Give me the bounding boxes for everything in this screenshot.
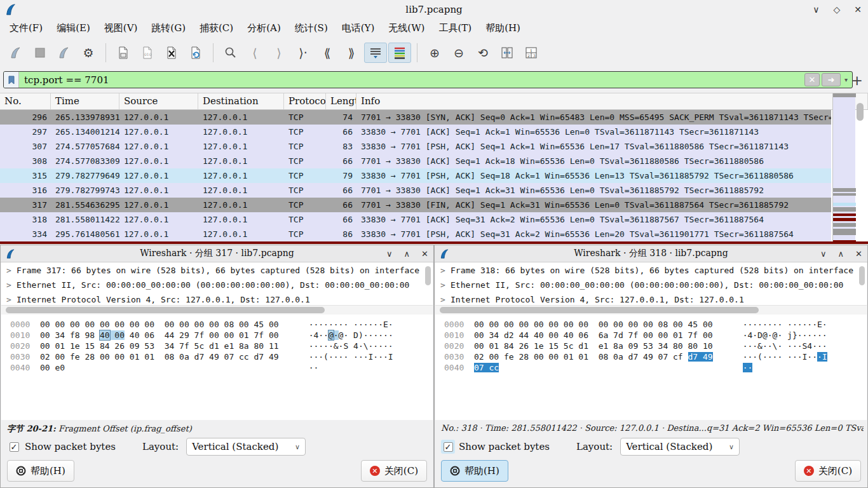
reload-file-icon[interactable] — [184, 43, 207, 63]
show-packet-bytes-checkbox[interactable]: ✓ — [441, 440, 455, 454]
tree-scrollbar-thumb[interactable] — [859, 266, 865, 285]
layout-select[interactable]: Vertical (Stacked)∨ — [620, 438, 740, 456]
tree-node[interactable]: >Internet Protocol Version 4, Src: 127.0… — [435, 292, 867, 306]
filter-add-button[interactable]: + — [851, 72, 863, 88]
close-button[interactable]: ✕ 关闭(C) — [361, 460, 427, 482]
packet-row-318[interactable]: 318281.558011422127.0.0.1127.0.0.1TCP663… — [0, 212, 831, 227]
go-forward-icon[interactable]: ⟩ — [268, 43, 290, 63]
hex-line[interactable]: 0040 00 e0 ·· — [1, 363, 433, 374]
column-header-destination[interactable]: Destination — [198, 93, 284, 109]
maximize-icon[interactable]: ◇ — [833, 4, 840, 15]
column-header-length[interactable]: Length — [326, 93, 356, 109]
filter-clear-button[interactable]: ✕ — [804, 73, 820, 86]
menu-a[interactable]: 分析(A) — [240, 20, 288, 36]
dialog-close-icon[interactable]: ✕ — [855, 249, 862, 259]
zoom-reset-icon[interactable]: ⟲ — [471, 43, 494, 63]
menu-e[interactable]: 编辑(E) — [50, 20, 97, 36]
packet-row-316[interactable]: 316279.782799743127.0.0.1127.0.0.1TCP667… — [0, 183, 831, 198]
hex-line[interactable]: 0000 00 00 00 00 00 00 00 00 00 00 00 00… — [435, 320, 867, 330]
expander-icon[interactable]: > — [6, 280, 17, 290]
menu-y[interactable]: 电话(Y) — [335, 20, 382, 36]
tree-scrollbar-thumb[interactable] — [425, 266, 431, 285]
close-icon[interactable]: ✕ — [854, 4, 862, 15]
column-header-protocol[interactable]: Protocol — [284, 93, 326, 109]
menu-g[interactable]: 跳转(G) — [144, 20, 193, 36]
zoom-in-icon[interactable]: ⊕ — [423, 43, 446, 63]
packet-row-297[interactable]: 297265.134001214127.0.0.1127.0.0.1TCP663… — [0, 125, 831, 139]
tree-horizontal-scrollbar[interactable] — [1, 306, 433, 315]
help-button[interactable]: 帮助(H) — [7, 460, 74, 482]
go-to-packet-icon[interactable]: ⟩· — [292, 43, 315, 63]
layout-select[interactable]: Vertical (Stacked)∨ — [186, 438, 306, 456]
hex-line[interactable]: 0030 02 00 fe 28 00 00 01 01 08 0a d7 49… — [435, 352, 867, 363]
packet-list-scrollbar-thumb[interactable] — [857, 103, 864, 121]
column-header-time[interactable]: Time — [51, 93, 119, 109]
hex-line[interactable]: 0010 00 34 f8 98 40 00 40 06 44 29 7f 00… — [1, 330, 433, 341]
minimize-icon[interactable]: ∨ — [813, 4, 819, 15]
packet-row-315[interactable]: 315279.782779649127.0.0.1127.0.0.1TCP793… — [0, 168, 831, 183]
packet-list-minimap-scrollbar[interactable] — [832, 93, 855, 244]
restart-capture-icon[interactable] — [53, 43, 76, 63]
tree-node[interactable]: >Ethernet II, Src: 00:00:00_00:00:00 (00… — [1, 277, 433, 292]
filter-bookmark-button[interactable] — [4, 72, 19, 88]
menu-s[interactable]: 统计(S) — [288, 20, 335, 36]
colorize-icon[interactable] — [388, 43, 411, 63]
packet-row-307[interactable]: 307274.577057684127.0.0.1127.0.0.1TCP833… — [0, 139, 831, 154]
dialog-restore-icon[interactable]: ∧ — [838, 249, 844, 259]
hex-line[interactable]: 0000 00 00 00 00 00 00 00 00 00 00 00 00… — [1, 320, 433, 330]
scrollbar-thumb[interactable] — [6, 307, 325, 313]
find-packet-icon[interactable] — [219, 43, 242, 63]
stop-capture-icon[interactable] — [29, 43, 51, 63]
start-capture-icon[interactable] — [4, 43, 27, 63]
dialog-minimize-icon[interactable]: ∨ — [820, 249, 827, 259]
packet-row-308[interactable]: 308274.577083309127.0.0.1127.0.0.1TCP667… — [0, 154, 831, 168]
expander-icon[interactable]: > — [6, 266, 17, 275]
show-packet-bytes-checkbox[interactable]: ✓ — [7, 440, 21, 454]
scrollbar-thumb[interactable] — [440, 307, 759, 313]
menu-v[interactable]: 视图(V) — [97, 20, 145, 36]
zoom-out-icon[interactable]: ⊖ — [447, 43, 470, 63]
resize-columns-icon[interactable] — [496, 43, 519, 63]
auto-scroll-icon[interactable] — [364, 43, 387, 63]
dialog-restore-icon[interactable]: ∧ — [404, 249, 410, 259]
columns-preset-icon[interactable]: 123 — [520, 43, 543, 63]
filter-history-caret-icon[interactable]: ▾ — [843, 76, 850, 83]
dialog-close-icon[interactable]: ✕ — [421, 249, 428, 259]
packet-row-334[interactable]: 334295.761480561127.0.0.1127.0.0.1TCP863… — [0, 227, 831, 241]
hex-line[interactable]: 0020 00 01 1e 15 84 26 09 53 34 7f 5c d1… — [1, 341, 433, 352]
menu-h[interactable]: 帮助(H) — [478, 20, 527, 36]
expander-icon[interactable]: > — [440, 280, 451, 290]
close-file-icon[interactable] — [160, 43, 183, 63]
last-packet-icon[interactable]: ⟫ — [340, 43, 363, 63]
expander-icon[interactable]: > — [6, 295, 17, 304]
first-packet-icon[interactable]: ⟪ — [316, 43, 339, 63]
hex-line[interactable]: 0030 02 00 fe 28 00 00 01 01 08 0a d7 49… — [1, 352, 433, 363]
expander-icon[interactable]: > — [440, 295, 451, 304]
column-header-no[interactable]: No. — [0, 93, 51, 109]
hex-line[interactable]: 0040 07 cc ·· — [435, 363, 867, 374]
menu-c[interactable]: 捕获(C) — [193, 20, 240, 36]
open-file-icon[interactable] — [112, 43, 135, 63]
expander-icon[interactable]: > — [440, 266, 451, 275]
go-back-icon[interactable]: ⟨ — [243, 43, 266, 63]
tree-node[interactable]: >Ethernet II, Src: 00:00:00_00:00:00 (00… — [435, 277, 867, 292]
packet-row-296[interactable]: 296265.133978931127.0.0.1127.0.0.1TCP747… — [0, 110, 831, 125]
close-button[interactable]: ✕ 关闭(C) — [795, 460, 861, 482]
display-filter-input[interactable] — [19, 72, 804, 88]
packet-row-317[interactable]: 317281.554636295127.0.0.1127.0.0.1TCP667… — [0, 198, 831, 212]
menu-f[interactable]: 文件(F) — [3, 20, 50, 36]
column-header-info[interactable]: Info — [356, 93, 868, 109]
dialog-minimize-icon[interactable]: ∨ — [386, 249, 393, 259]
tree-node[interactable]: >Internet Protocol Version 4, Src: 127.0… — [1, 292, 433, 306]
tree-node[interactable]: >Frame 317: 66 bytes on wire (528 bits),… — [1, 262, 433, 277]
hex-line[interactable]: 0020 00 01 84 26 1e 15 5c d1 e1 8a 09 53… — [435, 341, 867, 352]
hex-line[interactable]: 0010 00 34 d2 44 40 00 40 06 6a 7d 7f 00… — [435, 330, 867, 341]
menu-t[interactable]: 工具(T) — [431, 20, 478, 36]
help-button[interactable]: 帮助(H) — [441, 460, 508, 482]
column-header-source[interactable]: Source — [119, 93, 198, 109]
menu-w[interactable]: 无线(W) — [381, 20, 431, 36]
filter-apply-button[interactable]: ➜ — [822, 73, 841, 86]
tree-horizontal-scrollbar[interactable] — [435, 306, 867, 315]
save-file-icon[interactable]: 010 — [136, 43, 159, 63]
capture-options-icon[interactable]: ⚙ — [77, 43, 100, 63]
